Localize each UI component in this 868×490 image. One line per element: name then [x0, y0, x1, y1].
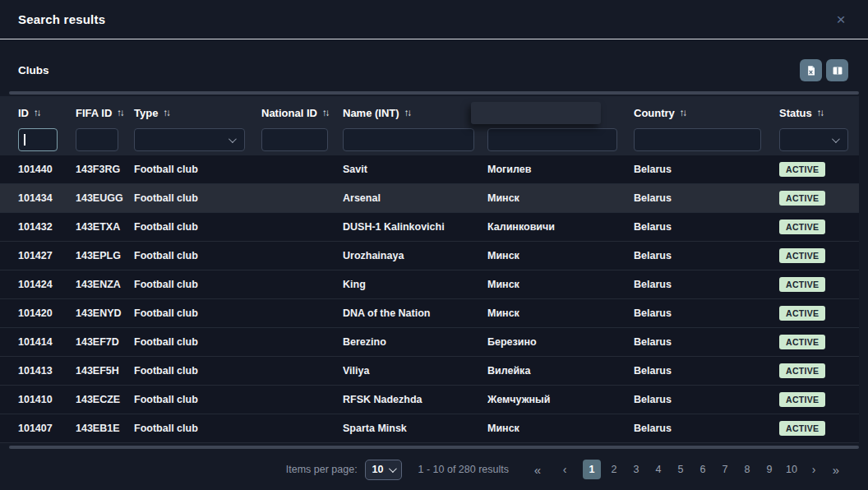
- city-filter-input[interactable]: [487, 128, 617, 151]
- search-results-modal: Search results × Clubs: [0, 0, 868, 490]
- table-row[interactable]: 101420143ENYDFootball clubDNA of the Nat…: [0, 299, 859, 328]
- page-button-9[interactable]: 9: [760, 460, 778, 479]
- status-badge: ACTIVE: [779, 191, 825, 206]
- cell-city: Калинковичи: [487, 221, 634, 233]
- status-badge: ACTIVE: [779, 421, 825, 436]
- excel-file-icon: [806, 65, 817, 76]
- table-row[interactable]: 101413143EF5HFootball clubViliyaВилейкаB…: [0, 357, 859, 386]
- horizontal-scrollbar-top[interactable]: [9, 91, 859, 95]
- page-button-2[interactable]: 2: [605, 460, 623, 479]
- sort-icon[interactable]: ↑↓: [117, 108, 123, 118]
- cell-status: ACTIVE: [779, 220, 859, 234]
- next-page-button[interactable]: ›: [805, 460, 823, 479]
- previous-page-button[interactable]: ‹: [556, 460, 574, 479]
- cell-fifa_id: 143EB1E: [76, 423, 134, 434]
- cell-name_int: DNA of the Nation: [343, 307, 487, 319]
- chevron-down-icon: [388, 465, 396, 473]
- page-button-6[interactable]: 6: [694, 460, 712, 479]
- page-button-10[interactable]: 10: [783, 460, 801, 479]
- fifa_id-filter-input[interactable]: [76, 128, 118, 151]
- status-badge: ACTIVE: [779, 335, 825, 349]
- export-excel-button[interactable]: [800, 59, 822, 81]
- column-header-national_id[interactable]: National ID↑↓: [261, 107, 343, 119]
- sort-icon[interactable]: ↑↓: [680, 108, 686, 118]
- horizontal-scrollbar-bottom[interactable]: [9, 446, 859, 449]
- cell-type: Football club: [134, 423, 261, 434]
- table-row[interactable]: 101427143EPLGFootball clubUrozhainayaМин…: [0, 242, 859, 270]
- status-filter-select[interactable]: [779, 128, 848, 151]
- pagination-bar: Items per page: 10 1 - 10 of 280 results…: [0, 449, 868, 490]
- column-header-type[interactable]: Type↑↓: [134, 107, 261, 119]
- cell-city: Вилейка: [487, 365, 634, 377]
- last-page-button[interactable]: »: [827, 460, 845, 479]
- sort-icon[interactable]: ↑↓: [163, 108, 169, 118]
- cell-id: 101440: [18, 164, 76, 175]
- close-icon[interactable]: ×: [830, 9, 852, 30]
- cell-id: 101413: [18, 365, 76, 377]
- page-button-5[interactable]: 5: [672, 460, 690, 479]
- items-per-page-label: Items per page:: [286, 464, 358, 475]
- cell-name_int: Arsenal: [343, 192, 487, 204]
- modal-titlebar: Search results ×: [0, 0, 868, 39]
- columns-icon: [832, 65, 843, 76]
- column-header-status[interactable]: Status↑↓: [779, 107, 859, 119]
- page-button-8[interactable]: 8: [738, 460, 756, 479]
- cell-fifa_id: 143ETXA: [76, 221, 134, 233]
- page-button-4[interactable]: 4: [649, 460, 667, 479]
- type-filter-select[interactable]: [134, 128, 245, 151]
- header-filter-row: [0, 124, 859, 155]
- panel-header: Clubs: [0, 39, 868, 91]
- table-row[interactable]: 101414143EF7DFootball clubBerezinoБерези…: [0, 328, 859, 357]
- cell-fifa_id: 143EF5H: [76, 365, 134, 377]
- name_int-filter-input[interactable]: [343, 128, 474, 151]
- status-badge: ACTIVE: [779, 306, 825, 321]
- cell-type: Football club: [134, 250, 261, 261]
- cell-id: 101432: [18, 221, 76, 233]
- table-row[interactable]: 101410143ECZEFootball clubRFSK NadezhdaЖ…: [0, 386, 859, 414]
- filter-cell-city: [487, 128, 634, 151]
- sort-icon[interactable]: ↑↓: [817, 108, 824, 118]
- cell-country: Belarus: [634, 279, 779, 290]
- table-row[interactable]: 101440143F3RGFootball clubSavitМогилевBe…: [0, 155, 859, 184]
- cell-id: 101407: [18, 423, 76, 434]
- page-button-3[interactable]: 3: [627, 460, 645, 479]
- table-row[interactable]: 101434143EUGGFootball clubArsenalМинскBe…: [0, 184, 859, 213]
- column-label: Name (INT): [343, 107, 399, 119]
- column-header-fifa_id[interactable]: FIFA ID↑↓: [76, 107, 134, 119]
- cell-city: Березино: [487, 336, 634, 348]
- column-settings-button[interactable]: [826, 59, 848, 81]
- table-row[interactable]: 101424143ENZAFootball clubKingМинскBelar…: [0, 270, 859, 299]
- cell-name_int: Urozhainaya: [343, 250, 487, 261]
- column-label: Country: [634, 107, 675, 119]
- table-row[interactable]: 101407143EB1EFootball clubSparta MinskМи…: [0, 414, 859, 443]
- page-button-1[interactable]: 1: [583, 460, 601, 479]
- column-header-id[interactable]: ID↑↓: [18, 107, 76, 119]
- cell-city: Минск: [487, 192, 634, 204]
- column-label: Status: [779, 107, 812, 119]
- cell-status: ACTIVE: [779, 306, 859, 321]
- cell-status: ACTIVE: [779, 335, 859, 349]
- cell-id: 101414: [18, 336, 76, 348]
- sort-icon[interactable]: ↑↓: [34, 108, 40, 118]
- cell-city: Минск: [487, 307, 634, 319]
- cell-type: Football club: [134, 307, 261, 319]
- cell-name_int: Savit: [343, 164, 487, 175]
- sort-icon[interactable]: ↑↓: [322, 108, 329, 118]
- cell-city: Жемчужный: [487, 394, 634, 405]
- table-row[interactable]: 101432143ETXAFootball clubDUSH-1 Kalinko…: [0, 213, 859, 242]
- cell-country: Belarus: [634, 192, 779, 204]
- cell-country: Belarus: [634, 250, 779, 261]
- page-number-buttons: 12345678910: [583, 460, 801, 479]
- page-button-7[interactable]: 7: [716, 460, 734, 479]
- cell-type: Football club: [134, 279, 261, 290]
- first-page-button[interactable]: «: [529, 460, 547, 479]
- national_id-filter-input[interactable]: [261, 128, 328, 151]
- cell-fifa_id: 143EPLG: [76, 250, 134, 261]
- country-filter-input[interactable]: [634, 128, 761, 151]
- column-header-country[interactable]: Country↑↓: [634, 107, 779, 119]
- items-per-page-select[interactable]: 10: [365, 460, 402, 480]
- column-header-name_int[interactable]: Name (INT)↑↓: [343, 107, 487, 119]
- status-badge: ACTIVE: [779, 220, 825, 234]
- sort-icon[interactable]: ↑↓: [404, 108, 411, 118]
- cell-status: ACTIVE: [779, 277, 859, 292]
